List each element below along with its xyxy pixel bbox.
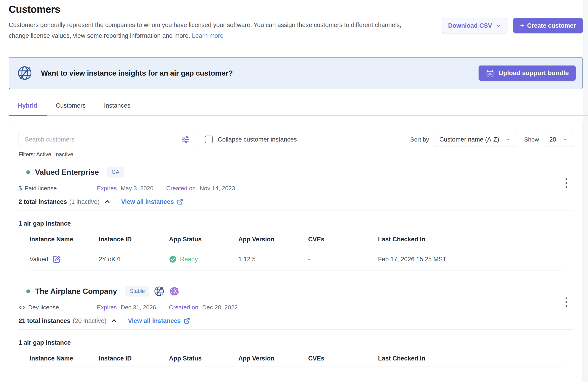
plus-icon: +	[520, 22, 524, 29]
created-label: Created on	[166, 185, 196, 192]
col-app-status: App Status	[169, 234, 238, 247]
customer-menu-button[interactable]	[562, 177, 571, 190]
col-last-checked-in: Last Checked In	[378, 234, 562, 247]
toolbar: Collapse customer instances Sort by Cust…	[19, 132, 573, 147]
table-header-row: Instance Name Instance ID App Status App…	[30, 234, 562, 247]
col-cves: CVEs	[308, 354, 378, 366]
airgap-instances-heading: 1 air gap instance	[19, 220, 573, 227]
create-customer-label: Create customer	[527, 22, 576, 29]
create-customer-button[interactable]: + Create customer	[513, 18, 583, 33]
col-last-checked-in: Last Checked In	[378, 354, 562, 366]
sort-by-value: Customer name (A-Z)	[440, 136, 499, 143]
customer-meta: Dev license Expires Dec 31, 2026 Created…	[19, 304, 573, 311]
customer-name[interactable]: Valued Enterprise	[35, 168, 99, 177]
chevron-up-icon[interactable]	[103, 198, 111, 206]
app-version: 1.12.5	[238, 247, 308, 271]
active-status-dot	[26, 290, 30, 293]
col-app-status: App Status	[169, 354, 238, 366]
collapse-instances-checkbox[interactable]	[205, 136, 213, 143]
airgap-instances-heading: 1 air gap instance	[19, 339, 573, 346]
scrollbar[interactable]	[583, 0, 588, 382]
upload-bundle-icon	[485, 68, 495, 78]
upload-support-bundle-label: Upload support bundle	[499, 69, 569, 77]
expires-date: Dec 31, 2026	[121, 304, 156, 311]
instances-total: 2 total instances	[19, 198, 67, 205]
banner-title: Want to view instance insights for an ai…	[41, 69, 233, 77]
instances-table: Instance Name Instance ID App Status App…	[30, 234, 562, 271]
col-cves: CVEs	[308, 234, 378, 247]
col-app-version: App Version	[238, 234, 308, 247]
chevron-down-icon	[495, 23, 501, 29]
instances-summary: 21 total instances (20 inactive) View al…	[19, 317, 573, 325]
expires-date: May 3, 2026	[121, 185, 153, 192]
table-row: Valued 2YfoK7f Ready 1.12.5 - Feb 17, 20…	[30, 247, 562, 271]
dollar-icon: $	[19, 185, 22, 192]
active-status-dot	[26, 170, 30, 174]
instance-id: 2YfoK7f	[99, 247, 169, 271]
col-instance-id: Instance ID	[99, 354, 169, 366]
active-filters-text: Filters: Active, Inactive	[19, 151, 573, 158]
instances-table: Instance Name Instance ID App Status App…	[30, 354, 562, 366]
chevron-down-icon	[562, 137, 568, 142]
tab-instances[interactable]: Instances	[95, 102, 140, 115]
sort-by-select[interactable]: Customer name (A-Z)	[434, 132, 516, 147]
edit-icon[interactable]	[52, 255, 61, 263]
view-all-instances-link[interactable]: View all instances	[128, 318, 190, 324]
page-title: Customers	[9, 4, 412, 15]
show-count-value: 20	[549, 136, 556, 143]
col-instance-name: Instance Name	[30, 234, 99, 247]
col-instance-name: Instance Name	[30, 354, 99, 366]
kubernetes-icon	[169, 286, 180, 297]
created-date: Dec 20, 2022	[202, 304, 238, 311]
customer-meta: $ Paid license Expires May 3, 2026 Creat…	[19, 185, 573, 192]
created-label: Created on	[169, 304, 199, 311]
tab-customers[interactable]: Customers	[47, 102, 95, 115]
view-all-instances-link[interactable]: View all instances	[121, 198, 184, 205]
show-count-select[interactable]: 20	[544, 132, 573, 147]
customer-menu-button[interactable]	[562, 296, 571, 309]
learn-more-link[interactable]: Learn more	[192, 32, 224, 39]
chevron-up-icon[interactable]	[110, 317, 118, 325]
app-status: Ready	[169, 255, 238, 263]
sort-by-label: Sort by	[410, 136, 429, 143]
customer-name[interactable]: The Airplane Company	[35, 287, 117, 296]
customers-page: Customers Customers generally represent …	[0, 0, 588, 382]
customer-row-the-airplane-company: The Airplane Company Stable	[19, 286, 573, 366]
download-csv-button[interactable]: Download CSV	[442, 18, 507, 33]
filter-sliders-icon[interactable]	[181, 135, 190, 144]
instance-name: Valued	[30, 256, 48, 263]
table-header-row: Instance Name Instance ID App Status App…	[30, 354, 562, 366]
cves-value: -	[308, 247, 378, 271]
chevron-down-icon	[505, 137, 511, 142]
channel-badge: Stable	[125, 286, 149, 297]
last-checked-in: Feb 17, 2026 15:25 MST	[378, 247, 562, 271]
instances-summary: 2 total instances (1 inactive) View all …	[19, 198, 573, 206]
customers-card: Collapse customer instances Sort by Cust…	[9, 122, 583, 382]
header-actions: Download CSV + Create customer	[442, 18, 583, 41]
view-tabs: Hybrid Customers Instances	[9, 102, 588, 116]
customer-row-valued-enterprise: Valued Enterprise GA $ Paid license Expi…	[19, 167, 573, 271]
col-app-version: App Version	[238, 354, 308, 366]
external-link-icon	[183, 318, 190, 324]
instances-inactive: (20 inactive)	[73, 318, 106, 324]
search-input[interactable]	[19, 132, 195, 147]
check-circle-icon	[169, 255, 177, 263]
download-csv-label: Download CSV	[448, 22, 492, 29]
expires-label: Expires	[97, 304, 117, 311]
external-link-icon	[177, 198, 183, 205]
airgap-globe-icon	[154, 286, 164, 297]
airgap-globe-icon	[17, 65, 32, 81]
upload-support-bundle-button[interactable]: Upload support bundle	[479, 65, 576, 81]
airgap-insights-banner: Want to view instance insights for an ai…	[9, 57, 583, 89]
col-instance-id: Instance ID	[99, 234, 169, 247]
created-date: Nov 14, 2023	[200, 185, 235, 192]
code-icon	[19, 304, 25, 311]
page-header: Customers Customers generally represent …	[9, 4, 583, 41]
collapse-instances-label[interactable]: Collapse customer instances	[218, 136, 297, 143]
license-type: Paid license	[24, 185, 57, 192]
tab-hybrid[interactable]: Hybrid	[9, 102, 47, 115]
page-description: Customers generally represent the compan…	[9, 20, 412, 41]
expires-label: Expires	[97, 185, 117, 192]
instances-total: 21 total instances	[19, 318, 70, 324]
instances-inactive: (1 inactive)	[69, 198, 100, 205]
